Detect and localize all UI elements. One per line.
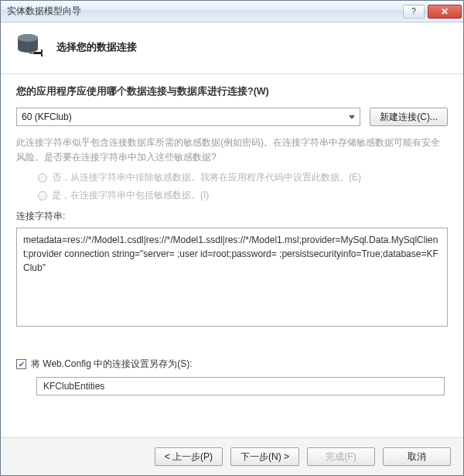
connection-question: 您的应用程序应使用哪个数据连接与数据库进行连接?(W) (16, 85, 448, 98)
svg-rect-5 (41, 54, 43, 57)
connstr-label: 连接字符串: (16, 210, 448, 223)
window-title: 实体数据模型向导 (7, 5, 403, 18)
help-button[interactable]: ? (403, 5, 425, 19)
connection-dropdown[interactable]: 60 (KFClub) (16, 108, 360, 126)
window-buttons: ? ✕ (403, 5, 462, 19)
save-name-value: KFClubEntities (43, 381, 104, 392)
svg-point-1 (18, 34, 38, 42)
connection-selected: 60 (KFClub) (22, 111, 72, 122)
wizard-window: 实体数据模型向导 ? ✕ 选择您的数据连接 您的应用程序应使用哪个数据连接与数据… (0, 0, 464, 476)
save-settings-row: ✔ 将 Web.Config 中的连接设置另存为(S): (16, 358, 448, 371)
finish-button: 完成(F) (307, 447, 375, 466)
radio-include: 是，在连接字符串中包括敏感数据。(I) (38, 189, 448, 202)
radio-icon (38, 191, 47, 200)
wizard-content: 您的应用程序应使用哪个数据连接与数据库进行连接?(W) 60 (KFClub) … (1, 74, 463, 437)
save-name-input[interactable]: KFClubEntities (36, 377, 445, 396)
new-connection-button[interactable]: 新建连接(C)... (370, 108, 448, 126)
sensitive-data-note: 此连接字符串似乎包含连接数据库所需的敏感数据(例如密码)。在连接字符串中存储敏感… (16, 135, 448, 165)
wizard-subtitle: 选择您的数据连接 (56, 40, 137, 54)
chevron-down-icon (349, 115, 355, 119)
radio-exclude: 否，从连接字符串中排除敏感数据。我将在应用程序代码中设置此数据。(E) (38, 171, 448, 184)
prev-button[interactable]: < 上一步(P) (155, 447, 223, 466)
connection-row: 60 (KFClub) 新建连接(C)... (16, 108, 448, 126)
close-button[interactable]: ✕ (428, 5, 462, 19)
sensitive-radio-group: 否，从连接字符串中排除敏感数据。我将在应用程序代码中设置此数据。(E) 是，在连… (16, 171, 448, 202)
connection-string-textbox[interactable]: metadata=res://*/Model1.csdl|res://*/Mod… (16, 228, 448, 327)
svg-rect-3 (29, 53, 35, 53)
save-checkbox[interactable]: ✔ (16, 359, 26, 369)
database-icon (15, 32, 46, 63)
wizard-header: 选择您的数据连接 (1, 22, 463, 74)
cancel-button[interactable]: 取消 (383, 447, 451, 466)
next-button[interactable]: 下一步(N) > (230, 447, 299, 466)
save-label: 将 Web.Config 中的连接设置另存为(S): (31, 358, 192, 371)
wizard-footer: < 上一步(P) 下一步(N) > 完成(F) 取消 (1, 437, 463, 475)
radio-include-label: 是，在连接字符串中包括敏感数据。(I) (52, 189, 209, 202)
radio-icon (38, 173, 47, 183)
radio-exclude-label: 否，从连接字符串中排除敏感数据。我将在应用程序代码中设置此数据。(E) (52, 171, 361, 184)
svg-rect-4 (41, 50, 43, 52)
titlebar: 实体数据模型向导 ? ✕ (1, 1, 463, 22)
